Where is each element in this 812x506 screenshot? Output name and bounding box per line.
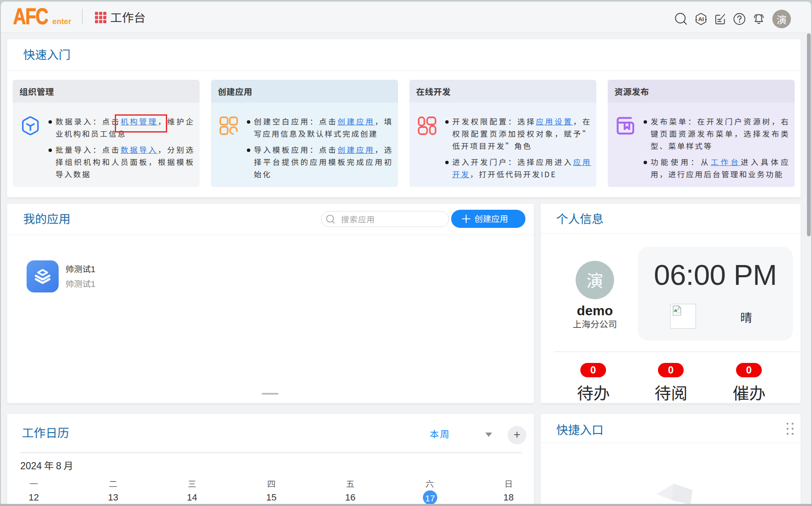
svg-text:AI: AI (698, 16, 704, 22)
